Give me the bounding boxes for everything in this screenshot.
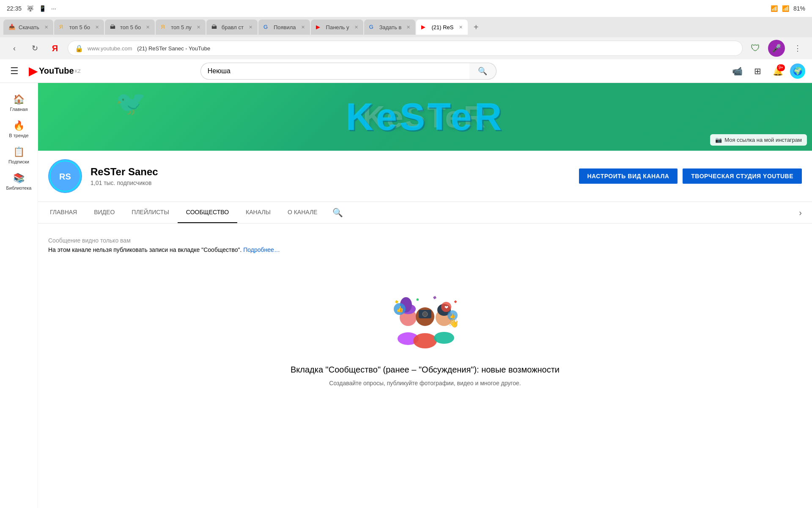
youtube-logo-text: YouTube [39,66,74,76]
tab-close-4[interactable]: ✕ [197,25,200,30]
tab-8[interactable]: G Задать в ✕ [364,19,416,35]
battery-text: 81% [793,5,805,12]
tab-close-5[interactable]: ✕ [249,25,252,30]
tab-label-6: Появила [274,24,296,30]
channel-name: ReSTer Sanec [91,166,571,178]
reload-button[interactable]: ↻ [27,41,42,56]
tab-favicon-9: ▶ [421,24,428,30]
tab-favicon-3: 🏔 [110,24,117,30]
svg-point-11 [434,332,454,344]
svg-text:👍: 👍 [450,313,455,319]
tab-playlists[interactable]: ПЛЕЙЛИСТЫ [123,202,178,223]
tab-close-1[interactable]: ✕ [44,25,48,30]
back-button[interactable]: ‹ [7,41,22,56]
sidebar-item-library[interactable]: 📚 Библиотека [0,168,38,195]
shield-icon[interactable]: 🛡 [748,41,763,56]
tab-5[interactable]: 🏔 бравл ст ✕ [206,19,258,35]
tab-favicon-7: ▶ [316,24,323,30]
home-icon: 🏠 [13,94,25,105]
channel-info: RS ReSTer Sanec 1,01 тыс. подписчиков НА… [38,151,812,202]
svg-rect-22 [454,300,457,303]
search-button[interactable]: 🔍 [469,63,497,80]
notice-text-content: На этом канале нельзя публиковать записи… [48,246,241,253]
channel-details: ReSTer Sanec 1,01 тыс. подписчиков [91,166,571,186]
wifi-icon: 📶 [771,5,778,12]
channel-actions: НАСТРОИТЬ ВИД КАНАЛА ТВОРЧЕСКАЯ СТУДИЯ Y… [579,168,802,184]
tab-3[interactable]: 🏔 топ 5 бо ✕ [105,19,155,35]
url-path: (21) ReSTer Sanec - YouTube [137,45,210,52]
tab-label-8: Задать в [379,24,402,30]
tab-home[interactable]: ГЛАВНАЯ [41,202,85,223]
tab-close-2[interactable]: ✕ [95,25,99,30]
youtube-studio-button[interactable]: ТВОРЧЕСКАЯ СТУДИЯ YOUTUBE [683,168,802,184]
status-time: 22:35 [7,5,22,12]
microphone-icon[interactable]: 🎤 [768,40,785,57]
tab-favicon-5: 🏔 [211,24,218,30]
tab-7[interactable]: ▶ Панель у ✕ [311,19,363,35]
notifications-button[interactable]: 🔔 9+ [770,63,787,80]
status-menu-dots[interactable]: ··· [51,5,56,12]
tab-close-3[interactable]: ✕ [146,25,150,30]
svg-point-7 [413,333,437,348]
channel-avatar-svg: RS [48,159,82,193]
instagram-icon: 📷 [715,137,722,143]
tab-search-icon[interactable]: 🔍 [326,202,350,223]
community-empty-title: Вкладка "Сообщество" (ранее – "Обсуждени… [291,365,560,375]
youtube-logo[interactable]: ▶ YouTube KZ [29,64,81,78]
tab-about[interactable]: О КАНАЛЕ [279,202,326,223]
sidebar-item-subscriptions[interactable]: 📋 Подписки [0,142,38,168]
tab-9[interactable]: ▶ (21) ReS ✕ [416,19,467,35]
upload-button[interactable]: 📹 [729,63,746,80]
tab-close-9[interactable]: ✕ [459,25,463,30]
notice-link[interactable]: Подробнее… [243,246,280,253]
tab-bar: 📥 Скачать ✕ Я топ 5 бо ✕ 🏔 топ 5 бо ✕ Я … [0,17,812,37]
apps-button[interactable]: ⊞ [749,63,766,80]
tab-label-3: топ 5 бо [120,24,141,30]
yandex-logo[interactable]: Я [47,41,63,56]
tab-videos[interactable]: ВИДЕО [85,202,123,223]
tab-label-5: бравл ст [222,24,244,30]
sidebar-label-home: Главная [10,107,28,112]
new-tab-button[interactable]: + [469,19,484,35]
trending-icon: 🔥 [13,120,25,131]
tab-6[interactable]: G Появила ✕ [258,19,310,35]
youtube-logo-region: KZ [75,69,81,74]
channel-banner-instagram[interactable]: 📷 Моя ссылка на мой инстаграм [710,134,807,146]
svg-rect-23 [416,298,419,301]
svg-text:👋: 👋 [448,318,459,328]
svg-text:RS: RS [59,172,71,181]
tab-close-8[interactable]: ✕ [406,25,410,30]
sidebar-item-home[interactable]: 🏠 Главная [0,90,38,116]
channel-subscribers: 1,01 тыс. подписчиков [91,179,571,186]
more-options-button[interactable]: ⋮ [790,41,805,56]
search-input[interactable] [200,63,469,80]
tab-favicon-1: 📥 [8,24,15,30]
signal-icon: 📶 [782,5,789,12]
tab-scroll-right[interactable]: › [792,203,809,223]
youtube-logo-icon: ▶ [29,64,38,78]
channel-avatar: RS [48,159,82,193]
menu-icon[interactable]: ☰ [7,62,22,80]
tab-label-1: Скачать [19,24,39,30]
tab-channels[interactable]: КАНАЛЫ [237,202,279,223]
community-notice: Сообщение видно только вам На этом канал… [48,237,802,253]
tab-label-7: Панель у [326,24,349,30]
channel-tabs: ГЛАВНАЯ ВИДЕО ПЛЕЙЛИСТЫ СООБЩЕСТВО КАНАЛ… [38,202,812,224]
customize-channel-button[interactable]: НАСТРОИТЬ ВИД КАНАЛА [579,168,678,184]
address-bar[interactable]: 🔒 www.youtube.com (21) ReSTer Sanec - Yo… [68,41,743,56]
tab-1[interactable]: 📥 Скачать ✕ [3,19,53,35]
tab-community[interactable]: СООБЩЕСТВО [178,202,237,223]
tab-label-2: топ 5 бо [69,24,90,30]
tab-close-7[interactable]: ✕ [354,25,358,30]
tab-2[interactable]: Я топ 5 бо ✕ [54,19,104,35]
banner-logo-text: KeSTeR [346,95,504,139]
tab-label-9: (21) ReS [431,24,453,30]
address-bar-row: ‹ ↻ Я 🔒 www.youtube.com (21) ReSTer Sane… [0,37,812,59]
avatar[interactable]: 🌍 [790,64,805,79]
tab-4[interactable]: Я топ 5 лу ✕ [156,19,206,35]
sidebar-item-trending[interactable]: 🔥 В тренде [0,116,38,142]
sidebar-label-subscriptions: Подписки [8,159,29,164]
status-bar-right: 📶 📶 81% [771,5,805,12]
tab-close-6[interactable]: ✕ [301,25,305,30]
tab-label-4: топ 5 лу [171,24,192,30]
